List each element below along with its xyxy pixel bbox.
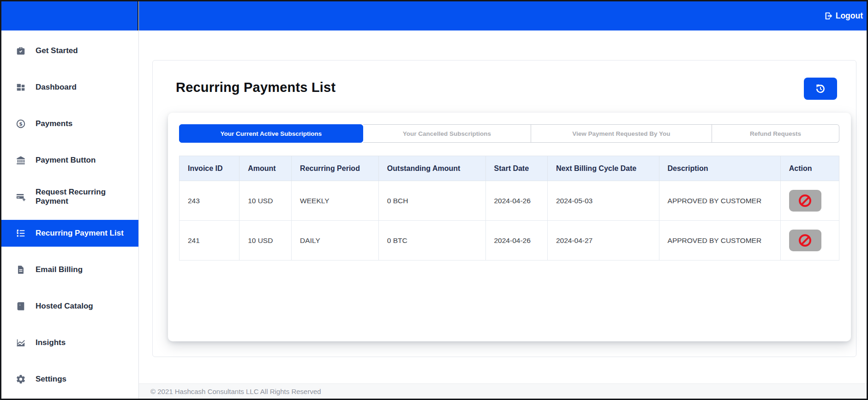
sidebar-item-settings[interactable]: Settings xyxy=(1,366,138,393)
line-chart-icon xyxy=(15,337,26,348)
book-icon xyxy=(15,301,26,312)
sidebar-item-label: Hosted Catalog xyxy=(36,302,124,311)
recurring-payments-card: Recurring Payments List Your Current Act… xyxy=(152,60,856,357)
table-row: 243 10 USD WEEKLY 0 BCH 2024-04-26 2024-… xyxy=(180,181,839,221)
sidebar-item-get-started[interactable]: Get Started xyxy=(1,37,138,64)
dollar-circle-icon: $ xyxy=(15,118,26,129)
logout-label: Logout xyxy=(836,11,863,21)
cell-next-billing-cycle-date: 2024-05-03 xyxy=(547,181,659,221)
sidebar-item-email-billing[interactable]: Email Billing xyxy=(1,256,138,283)
sidebar-item-hosted-catalog[interactable]: Hosted Catalog xyxy=(1,293,138,320)
col-header-next-billing-cycle-date: Next Billing Cycle Date xyxy=(547,156,659,181)
gear-icon xyxy=(15,374,26,385)
cell-recurring-period: WEEKLY xyxy=(292,181,379,221)
main-content: Recurring Payments List Your Current Act… xyxy=(139,30,867,399)
sidebar-item-insights[interactable]: Insights xyxy=(1,329,138,356)
col-header-outstanding-amount: Outstanding Amount xyxy=(378,156,485,181)
bank-icon xyxy=(15,155,26,166)
sidebar-item-label: Email Billing xyxy=(36,265,124,274)
footer: © 2021 Hashcash Consultants LLC All Righ… xyxy=(139,383,867,399)
subscriptions-table: Invoice ID Amount Recurring Period Outst… xyxy=(179,156,839,261)
sidebar-item-payment-button[interactable]: Payment Button xyxy=(1,147,138,174)
cancel-subscription-button[interactable] xyxy=(789,230,821,251)
cell-invoice-id: 243 xyxy=(180,181,239,221)
cell-outstanding-amount: 0 BTC xyxy=(378,221,485,261)
tab-refund-requests[interactable]: Refund Requests xyxy=(712,124,839,143)
sidebar-item-label: Settings xyxy=(36,375,124,384)
sidebar-nav: Get Started Dashboard $ Payments Payment… xyxy=(1,30,138,393)
subscriptions-panel: Your Current Active Subscriptions Your C… xyxy=(168,113,851,341)
bullet-list-icon xyxy=(15,228,26,239)
cell-action xyxy=(780,221,839,261)
tab-bar: Your Current Active Subscriptions Your C… xyxy=(179,124,839,143)
tab-current-active-subscriptions[interactable]: Your Current Active Subscriptions xyxy=(179,124,363,143)
no-entry-icon xyxy=(799,194,811,207)
sidebar-item-dashboard[interactable]: Dashboard xyxy=(1,74,138,101)
sidebar-item-request-recurring-payment[interactable]: Request Recurring Payment xyxy=(1,183,138,210)
cell-description: APPROVED BY CUSTOMER xyxy=(659,181,780,221)
card-header: Recurring Payments List xyxy=(153,61,856,113)
cell-start-date: 2024-04-26 xyxy=(485,221,547,261)
sidebar-item-label: Request Recurring Payment xyxy=(36,188,124,206)
cell-action xyxy=(780,181,839,221)
col-header-action: Action xyxy=(780,156,839,181)
cancel-subscription-button[interactable] xyxy=(789,190,821,212)
sidebar-item-label: Payment Button xyxy=(36,156,124,165)
document-icon xyxy=(15,264,26,275)
sidebar-item-recurring-payment-list[interactable]: Recurring Payment List xyxy=(1,220,138,247)
cell-outstanding-amount: 0 BCH xyxy=(378,181,485,221)
sidebar: Get Started Dashboard $ Payments Payment… xyxy=(1,1,139,399)
sidebar-item-label: Payments xyxy=(36,119,124,128)
col-header-recurring-period: Recurring Period xyxy=(292,156,379,181)
sidebar-logo-block xyxy=(1,1,138,30)
sidebar-item-label: Insights xyxy=(36,338,124,347)
table-row: 241 10 USD DAILY 0 BTC 2024-04-26 2024-0… xyxy=(180,221,839,261)
history-refresh-icon xyxy=(815,83,826,94)
sidebar-item-label: Dashboard xyxy=(36,83,124,92)
refresh-button[interactable] xyxy=(804,78,837,100)
tab-view-payment-requested[interactable]: View Payment Requested By You xyxy=(531,124,712,143)
cell-start-date: 2024-04-26 xyxy=(485,181,547,221)
no-entry-icon xyxy=(799,234,811,247)
briefcase-check-icon xyxy=(15,45,26,56)
col-header-description: Description xyxy=(659,156,780,181)
sidebar-item-payments[interactable]: $ Payments xyxy=(1,110,138,137)
cell-amount: 10 USD xyxy=(239,221,292,261)
cell-invoice-id: 241 xyxy=(180,221,239,261)
page-title: Recurring Payments List xyxy=(176,80,335,95)
copyright-text: © 2021 Hashcash Consultants LLC All Righ… xyxy=(150,388,321,395)
logout-button[interactable]: Logout xyxy=(824,11,863,21)
cell-amount: 10 USD xyxy=(239,181,292,221)
svg-text:$: $ xyxy=(19,121,23,127)
card-plus-icon xyxy=(15,191,26,202)
cell-description: APPROVED BY CUSTOMER xyxy=(659,221,780,261)
sidebar-item-label: Recurring Payment List xyxy=(36,229,124,238)
tab-cancelled-subscriptions[interactable]: Your Cancelled Subscriptions xyxy=(363,124,531,143)
sign-out-icon xyxy=(824,11,834,21)
sidebar-item-label: Get Started xyxy=(36,46,124,55)
cell-next-billing-cycle-date: 2024-04-27 xyxy=(547,221,659,261)
table-header-row: Invoice ID Amount Recurring Period Outst… xyxy=(180,156,839,181)
col-header-start-date: Start Date xyxy=(485,156,547,181)
col-header-invoice-id: Invoice ID xyxy=(180,156,239,181)
cell-recurring-period: DAILY xyxy=(292,221,379,261)
dashboard-grid-icon xyxy=(15,82,26,93)
col-header-amount: Amount xyxy=(239,156,292,181)
